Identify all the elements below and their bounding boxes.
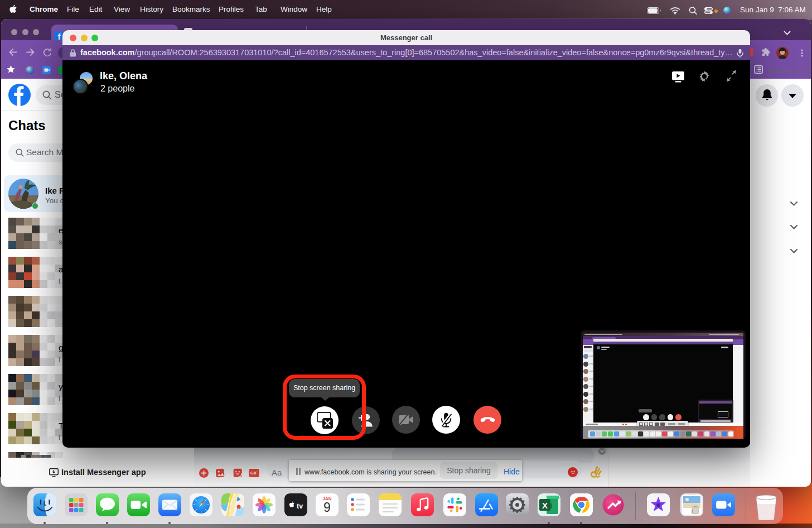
svg-text:9: 9 — [323, 500, 331, 515]
svg-text:X: X — [542, 501, 547, 510]
svg-text:tv: tv — [297, 502, 303, 510]
